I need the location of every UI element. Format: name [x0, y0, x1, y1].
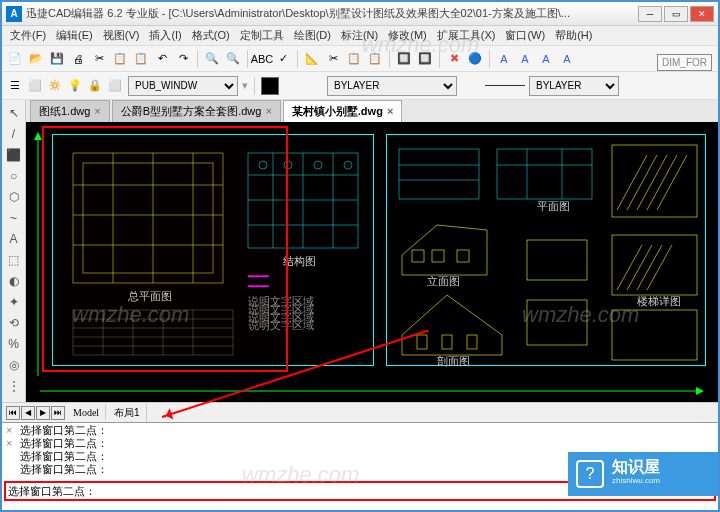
svg-rect-51 [457, 250, 469, 262]
drawing-canvas[interactable]: ━━━━━━ 说明文字区域说明文字区域说明文字区域说明文字区域 总平面图 结构图 [26, 122, 718, 402]
toolbar-button[interactable]: A [495, 50, 513, 68]
tab-prev[interactable]: ◀ [21, 406, 35, 420]
draw-tool[interactable]: ⬛ [5, 146, 23, 164]
svg-marker-68 [34, 132, 42, 140]
menu-item[interactable]: 绘图(D) [290, 26, 335, 45]
layer-icon[interactable]: ☰ [6, 77, 24, 95]
svg-line-47 [647, 155, 677, 210]
toolbar-button[interactable]: ↶ [153, 50, 171, 68]
draw-tool[interactable]: ○ [5, 167, 23, 185]
svg-rect-53 [442, 335, 452, 349]
toolbar-button[interactable]: ✓ [274, 50, 292, 68]
svg-line-45 [627, 155, 657, 210]
layer-icon[interactable]: 🔒 [86, 77, 104, 95]
close-tab-icon[interactable]: × [387, 105, 393, 117]
close-button[interactable]: ✕ [690, 6, 714, 22]
close-tab-icon[interactable]: × [265, 105, 271, 117]
window-title: 迅捷CAD编辑器 6.2 专业版 - [C:\Users\Administrat… [26, 6, 638, 21]
menu-item[interactable]: 标注(N) [337, 26, 382, 45]
color-picker[interactable] [261, 77, 279, 95]
menu-item[interactable]: 视图(V) [99, 26, 144, 45]
linetype-select[interactable]: BYLAYER [327, 76, 457, 96]
toolbar-button[interactable]: A [558, 50, 576, 68]
menu-item[interactable]: 文件(F) [6, 26, 50, 45]
toolbar-button[interactable]: 📄 [6, 50, 24, 68]
svg-rect-50 [432, 250, 444, 262]
layer-icon[interactable]: 🔅 [46, 77, 64, 95]
menu-item[interactable]: 扩展工具(X) [433, 26, 500, 45]
toolbar-button[interactable]: ABC [253, 50, 271, 68]
draw-tool[interactable]: ⬚ [5, 251, 23, 269]
tab-last[interactable]: ⏭ [51, 406, 65, 420]
toolbar-button[interactable]: 📋 [345, 50, 363, 68]
lineweight-select[interactable]: BYLAYER [529, 76, 619, 96]
menu-item[interactable]: 窗口(W) [501, 26, 549, 45]
toolbar-button[interactable]: 💾 [48, 50, 66, 68]
svg-rect-49 [412, 250, 424, 262]
toolbar-button[interactable]: 🔵 [466, 50, 484, 68]
layer-icon[interactable]: ⬜ [26, 77, 44, 95]
drawing-tab[interactable]: 公爵B型别墅方案全套图.dwg× [112, 100, 281, 122]
svg-line-46 [637, 155, 667, 210]
toolbar-button[interactable]: 🔲 [416, 50, 434, 68]
layer-icon[interactable]: ⬜ [106, 77, 124, 95]
draw-tool[interactable]: ✦ [5, 293, 23, 311]
menubar: 文件(F)编辑(E)视图(V)插入(I)格式(O)定制工具绘图(D)标注(N)修… [2, 26, 718, 46]
toolbar-button[interactable]: 🔲 [395, 50, 413, 68]
y-axis-icon [30, 126, 46, 386]
model-tab[interactable]: Model [67, 405, 106, 420]
draw-tool[interactable]: ⬡ [5, 188, 23, 206]
draw-tool[interactable]: ⋮ [5, 377, 23, 395]
toolbar-button[interactable]: A [537, 50, 555, 68]
x-axis-icon [30, 384, 710, 398]
menu-item[interactable]: 插入(I) [145, 26, 185, 45]
menu-item[interactable]: 定制工具 [236, 26, 288, 45]
menu-item[interactable]: 修改(M) [384, 26, 431, 45]
toolbar-button[interactable]: A [516, 50, 534, 68]
layout1-tab[interactable]: 布局1 [108, 404, 147, 422]
menu-item[interactable]: 帮助(H) [551, 26, 596, 45]
tab-first[interactable]: ⏮ [6, 406, 20, 420]
drawing-tab[interactable]: 某村镇小别墅.dwg× [283, 100, 403, 122]
draw-tool[interactable]: ↖ [5, 104, 23, 122]
brand-badge[interactable]: ? 知识屋 zhishiwu.com [568, 452, 718, 496]
toolbar-button[interactable]: 📐 [303, 50, 321, 68]
draw-tool[interactable]: A [5, 230, 23, 248]
badge-url: zhishiwu.com [612, 474, 660, 488]
draw-tool[interactable]: ⟲ [5, 314, 23, 332]
main-area: ↖/⬛○⬡~A⬚◐✦⟲%◎⋮ 图纸1.dwg×公爵B型别墅方案全套图.dwg×某… [2, 100, 718, 402]
svg-rect-43 [612, 145, 697, 217]
toolbar-button[interactable]: 📂 [27, 50, 45, 68]
minimize-button[interactable]: ─ [638, 6, 662, 22]
svg-rect-54 [467, 335, 477, 349]
toolbar-button[interactable]: 📋 [111, 50, 129, 68]
toolbar-button[interactable]: ✂ [324, 50, 342, 68]
toolbar-button[interactable]: ↷ [174, 50, 192, 68]
svg-rect-57 [612, 235, 697, 295]
toolbar-button[interactable]: 📋 [366, 50, 384, 68]
toolbar-button[interactable]: 🔍 [203, 50, 221, 68]
layer-select[interactable]: PUB_WINDW [128, 76, 238, 96]
toolbar-button[interactable]: ✂ [90, 50, 108, 68]
draw-tool[interactable]: % [5, 335, 23, 353]
maximize-button[interactable]: ▭ [664, 6, 688, 22]
selection-rectangle [42, 126, 288, 372]
toolbar-button[interactable]: 🖨 [69, 50, 87, 68]
drawing-tabs: 图纸1.dwg×公爵B型别墅方案全套图.dwg×某村镇小别墅.dwg× [26, 100, 718, 122]
draw-tool[interactable]: ◎ [5, 356, 23, 374]
toolbar-button[interactable]: ✖ [445, 50, 463, 68]
draw-tool[interactable]: ~ [5, 209, 23, 227]
layer-icon[interactable]: 💡 [66, 77, 84, 95]
menu-item[interactable]: 编辑(E) [52, 26, 97, 45]
menu-item[interactable]: 格式(O) [188, 26, 234, 45]
svg-point-17 [314, 161, 322, 169]
drawing-tab[interactable]: 图纸1.dwg× [30, 100, 110, 122]
close-tab-icon[interactable]: × [94, 105, 100, 117]
command-history-line: 选择窗口第二点： [20, 450, 108, 463]
toolbar-button[interactable]: 🔍 [224, 50, 242, 68]
svg-line-44 [617, 155, 647, 210]
draw-tool[interactable]: ◐ [5, 272, 23, 290]
draw-tool[interactable]: / [5, 125, 23, 143]
toolbar-button[interactable]: 📋 [132, 50, 150, 68]
tab-next[interactable]: ▶ [36, 406, 50, 420]
